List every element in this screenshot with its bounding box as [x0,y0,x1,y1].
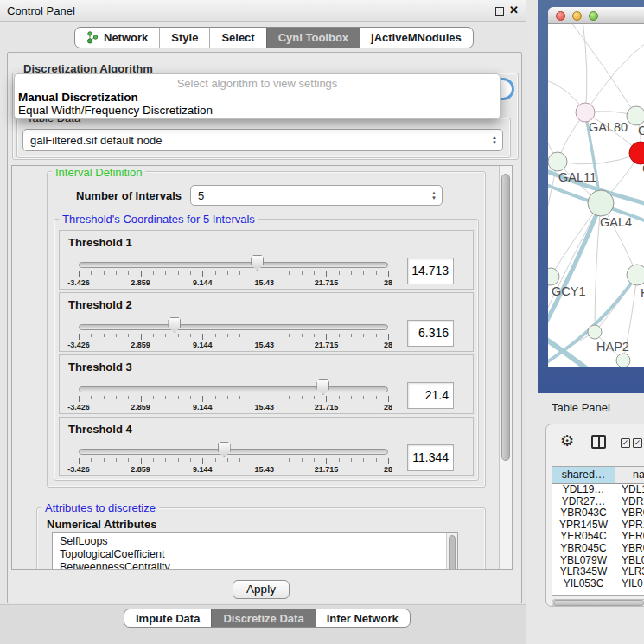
threshold-slider-track[interactable] [79,449,388,455]
table-cell[interactable]: YBR045C [552,543,615,555]
threshold-slider-track[interactable] [79,262,388,268]
table-cell[interactable]: YBR043C [552,507,615,520]
threshold-slider-track[interactable] [79,386,388,392]
table-rows-host: YDL19…YDL1YDR27…YDR2YBR043CYBR0YPR145WYP… [552,484,644,590]
tab-network-label: Network [104,31,148,44]
threshold-slider-track[interactable] [79,324,388,330]
threshold-label: Threshold 3 [68,360,132,373]
control-panel-tabbar: Network Style Select Cyni Toolbox jActiv… [74,27,474,48]
table-row[interactable]: YER054CYER0 [552,531,644,543]
tab-network[interactable]: Network [75,28,159,48]
tab-jactivemnodules[interactable]: jActiveMNodules [360,28,473,48]
network-node[interactable] [548,152,567,171]
table-cell[interactable]: YDL1 [615,484,644,496]
table-panel-region: Table Panel ⚙ ✓ ✓ shared… na YDL19…YDL1Y… [526,393,644,644]
network-node[interactable] [616,354,630,367]
number-of-intervals-label: Number of Intervals [76,189,182,202]
checkbox-icon[interactable]: ✓ [621,438,630,448]
list-scrollbar[interactable] [446,533,457,570]
table-cell[interactable]: YER054C [552,531,615,543]
table-cell[interactable]: YIL0 [615,578,644,590]
table-row[interactable]: YIL053CYIL0 [552,578,644,590]
tab-discretize-data[interactable]: Discretize Data [211,609,315,627]
window-close-button[interactable] [556,11,565,21]
network-node[interactable] [548,268,559,285]
tab-impute-data[interactable]: Impute Data [124,609,211,627]
column-layout-icon[interactable] [591,435,606,449]
node-table: shared… na YDL19…YDL1YDR27…YDR2YBR043CYB… [552,466,644,596]
table-row[interactable]: YDR27…YDR2 [552,496,644,508]
column-header-name[interactable]: na [615,467,644,483]
table-row[interactable]: YBR043CYBR0 [552,507,644,520]
threshold-value-field[interactable]: 11.344 [407,444,454,471]
table-cell[interactable]: YBL0 [615,555,644,567]
table-row[interactable]: YLR345WYLR3 [552,566,644,578]
threshold-slider-thumb[interactable] [218,442,231,457]
table-header-row: shared… na [552,467,644,484]
tab-style[interactable]: Style [159,28,209,48]
column-header-shared-name[interactable]: shared… [552,467,615,483]
table-cell[interactable]: YBL079W [552,555,615,567]
tab-infer-network[interactable]: Infer Network [316,609,410,627]
table-row[interactable]: YBR045CYBR0 [552,543,644,555]
popup-item-manual-discretization[interactable]: Manual Discretization [18,91,138,104]
network-node[interactable] [627,106,644,125]
list-item[interactable]: TopologicalCoefficient [53,548,457,561]
network-node[interactable] [588,325,602,339]
threshold-value-field[interactable]: 14.713 [407,258,454,284]
table-cell[interactable]: YPR1 [615,520,644,532]
close-icon[interactable]: ✕ [509,3,519,16]
network-canvas[interactable]: GAL80GAGAL11CGAL4GCY1HHAP2 [548,24,644,367]
threshold-value-field[interactable]: 6.316 [407,320,454,347]
table-row[interactable]: YPR145WYPR1 [552,520,644,532]
table-panel: ⚙ ✓ ✓ shared… na YDL19…YDL1YDR27…YDR2YBR… [545,424,644,607]
threshold-slider-thumb[interactable] [251,255,264,271]
apply-button[interactable]: Apply [233,580,290,599]
gear-icon[interactable]: ⚙ [560,431,574,450]
table-cell[interactable]: YLR3 [615,566,644,578]
number-of-intervals-combobox[interactable]: 5 ▲▼ [190,185,443,206]
table-cell[interactable]: YLR345W [552,566,615,578]
table-data-combobox[interactable]: galFiltered.sif default node ▲▼ [22,129,503,151]
threshold-slider-thumb[interactable] [168,317,181,333]
thresholds-group-title: Threshold's Coordinates for 5 Intervals [59,213,258,226]
checkbox-icon[interactable]: ✓ [633,438,642,448]
attributes-group-title: Attributes to discretize [41,501,159,514]
table-row[interactable]: YBL079WYBL0 [552,555,644,567]
network-node[interactable] [627,265,644,285]
threshold-slider-thumb[interactable] [316,379,329,395]
network-icon [86,31,99,44]
panel-divider[interactable] [526,0,538,393]
table-cell[interactable]: YDR27… [552,496,615,508]
stepper-arrows-icon[interactable]: ▲▼ [426,190,442,201]
list-scrollbar-thumb[interactable] [449,535,456,570]
tab-select[interactable]: Select [209,28,265,48]
table-cell[interactable]: YPR145W [552,520,615,532]
settings-scrollbar[interactable] [499,166,512,569]
list-item[interactable]: BetweennessCentrality [53,561,457,570]
table-cell[interactable]: YDL19… [552,484,615,496]
table-cell[interactable]: YBR0 [615,543,644,555]
slider-tick-labels: -3.4262.8599.14415.4321.71528 [79,278,388,288]
table-cell[interactable]: YIL053C [552,578,615,590]
stepper-arrows-icon[interactable]: ▲▼ [487,135,502,145]
table-hscrollbar-thumb[interactable] [553,600,644,606]
settings-scrollbar-thumb[interactable] [501,174,510,461]
threshold-value-field[interactable]: 21.4 [407,382,454,409]
table-cell[interactable]: YDR2 [615,496,644,508]
table-cell[interactable]: YBR0 [615,507,644,520]
float-window-icon[interactable] [495,7,504,16]
control-panel-titlebar: Control Panel ✕ [0,0,526,22]
network-node[interactable] [576,103,595,122]
window-minimize-button[interactable] [572,11,582,21]
node-label: H [641,286,644,300]
table-row[interactable]: YDL19…YDL1 [552,484,644,496]
window-zoom-button[interactable] [589,11,598,21]
network-node[interactable] [588,190,614,216]
tab-cyni-toolbox[interactable]: Cyni Toolbox [266,28,360,48]
popup-item-equal-width[interactable]: Equal Width/Frequency Discretization [18,104,213,117]
list-item[interactable]: SelfLoops [53,535,457,548]
table-cell[interactable]: YER0 [615,531,644,543]
interval-definition-title: Interval Definition [52,166,145,179]
table-hscrollbar[interactable] [552,599,644,607]
